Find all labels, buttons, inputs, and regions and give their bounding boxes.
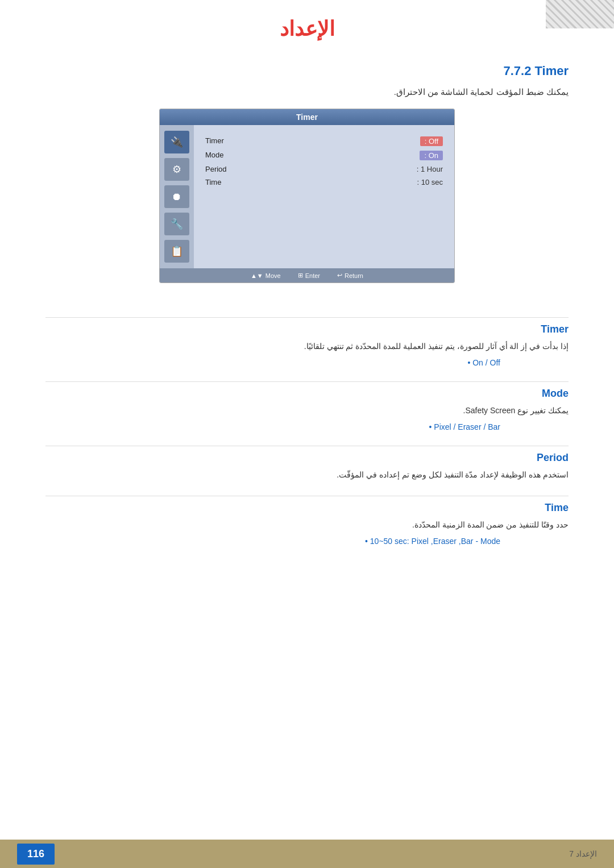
time-content-block: Time حدد وقتًا للتنفيذ من ضمن المدة الزم… [0,502,614,546]
menu-value-mode: : On [420,151,443,160]
sidebar-icon-4: 🔧 [171,218,183,230]
time-block-text: حدد وقتًا للتنفيذ من ضمن المدة الزمنية ا… [45,518,569,532]
mockup-body: 🔌 ⚙ ⏺ 🔧 📋 Timer : Off [160,125,454,268]
page-header: الإعداد [0,0,614,52]
mockup-sidebar: 🔌 ⚙ ⏺ 🔧 📋 [160,125,194,268]
footer-btn-return: ↩ Return [337,272,363,279]
divider-1 [45,317,569,318]
menu-label-timer: Timer [205,136,224,146]
menu-value-timer: : Off [420,136,443,146]
ui-mockup: Timer 🔌 ⚙ ⏺ 🔧 📋 [159,109,455,283]
menu-value-period: : 1 Hour [417,165,443,173]
sidebar-icon-5: 📋 [171,245,183,258]
section-container: 7.7.2 Timer يمكنك ضبط المؤقت لحماية الشا… [0,52,614,312]
time-block-title: Time [45,502,569,514]
enter-icon: ⊞ [298,272,303,279]
time-bullet: 10~50 sec: Pixel ,Eraser ,Bar - Mode [45,537,500,546]
mockup-titlebar: Timer [160,109,454,125]
section-description: يمكنك ضبط المؤقت لحماية الشاشة من الاحتر… [45,87,569,97]
footer-btn-enter: ⊞ Enter [298,272,320,279]
return-label: Return [345,272,363,279]
mode-bullet: Pixel / Eraser / Bar [45,422,500,431]
menu-item-mode: Mode : On [205,151,443,160]
menu-item-timer: Timer : Off [205,136,443,146]
mockup-footer: ▲▼ Move ⊞ Enter ↩ Return [160,268,454,283]
period-block-text: استخدم هذه الوظيفة لإعداد مدّة التنفيذ ل… [45,468,569,482]
mode-content-block: Mode يمكنك تغيير نوع Safety Screen. Pixe… [0,388,614,431]
enter-label: Enter [305,272,320,279]
period-content-block: Period استخدم هذه الوظيفة لإعداد مدّة ال… [0,452,614,482]
sidebar-icon-1: 🔌 [171,136,183,148]
return-icon: ↩ [337,272,342,279]
sidebar-item-3: ⏺ [164,185,189,208]
section-heading-text: 7.7.2 Timer [503,64,569,78]
menu-item-period: Period : 1 Hour [205,165,443,173]
divider-2 [45,381,569,382]
sidebar-item-4: 🔧 [164,213,189,235]
menu-value-time: : 10 sec [417,178,443,186]
timer-block-text: إذا بدأت في إز الة أي آثار للصورة، يتم ت… [45,340,569,354]
timer-bullet: On / Off [45,358,500,367]
divider-4 [45,496,569,496]
menu-label-period: Period [205,165,227,173]
move-label: Move [265,272,281,279]
move-icon: ▲▼ [251,272,263,279]
divider-3 [45,446,569,446]
sidebar-icon-3: ⏺ [172,191,182,203]
footer-chapter-text: الإعداد 7 [569,849,597,858]
timer-block-title: Timer [45,323,569,335]
menu-item-time: Time : 10 sec [205,178,443,186]
mockup-content: Timer : Off Mode : On Period : 1 Hour Ti… [194,125,454,268]
mode-block-text: يمكنك تغيير نوع Safety Screen. [45,404,569,418]
period-block-title: Period [45,452,569,464]
sidebar-icon-2: ⚙ [172,163,181,176]
footer-page-number: 116 [17,844,55,865]
mode-block-title: Mode [45,388,569,400]
menu-label-time: Time [205,178,221,186]
sidebar-item-5: 📋 [164,240,189,263]
page-title: الإعداد [280,17,335,40]
footer-btn-move: ▲▼ Move [251,272,281,279]
top-corner-decoration [546,0,614,28]
timer-content-block: Timer إذا بدأت في إز الة أي آثار للصورة،… [0,323,614,367]
page-footer: الإعداد 7 116 [0,840,614,868]
sidebar-item-1: 🔌 [164,131,189,153]
menu-label-mode: Mode [205,151,224,160]
section-heading: 7.7.2 Timer [45,64,569,78]
sidebar-item-2: ⚙ [164,158,189,181]
